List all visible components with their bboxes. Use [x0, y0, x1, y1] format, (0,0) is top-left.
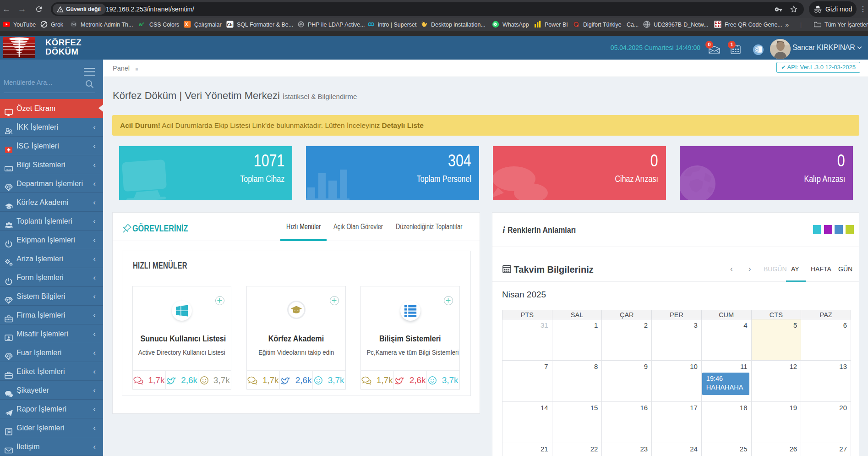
svg-text:Cb: Cb: [227, 22, 233, 27]
svg-text:X: X: [185, 22, 188, 27]
svg-text:w': w': [139, 22, 144, 27]
